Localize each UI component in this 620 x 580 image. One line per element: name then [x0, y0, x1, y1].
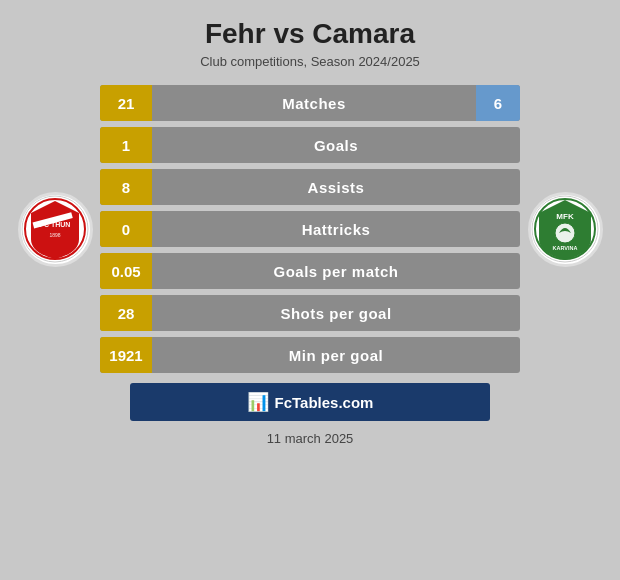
watermark-icon: 📊 — [247, 391, 269, 413]
stat-label-matches: Matches — [152, 95, 476, 112]
svg-text:KARVINA: KARVINA — [553, 245, 578, 251]
stat-row-assists: 8 Assists — [100, 169, 520, 205]
watermark-text: FcTables.com — [275, 394, 374, 411]
stat-label-assists: Assists — [152, 179, 520, 196]
stat-left-min-per-goal: 1921 — [100, 337, 152, 373]
svg-text:MFK: MFK — [556, 212, 574, 221]
main-area: FC THUN 1898 21 Matches 6 1 Goals 8 Assi… — [10, 85, 610, 373]
subtitle: Club competitions, Season 2024/2025 — [200, 54, 420, 69]
stat-row-shots-per-goal: 28 Shots per goal — [100, 295, 520, 331]
svg-text:FC THUN: FC THUN — [40, 221, 71, 228]
stat-row-goals: 1 Goals — [100, 127, 520, 163]
stat-label-goals: Goals — [152, 137, 520, 154]
stat-left-matches: 21 — [100, 85, 152, 121]
stat-label-hattricks: Hattricks — [152, 221, 520, 238]
stat-label-min-per-goal: Min per goal — [152, 347, 520, 364]
stat-left-assists: 8 — [100, 169, 152, 205]
stat-left-goals: 1 — [100, 127, 152, 163]
logo-right: MFK KARVINA — [520, 192, 610, 267]
page-title: Fehr vs Camara — [205, 18, 415, 50]
date-label: 11 march 2025 — [267, 431, 354, 446]
logo-left: FC THUN 1898 — [10, 192, 100, 267]
stat-row-matches: 21 Matches 6 — [100, 85, 520, 121]
stat-label-shots-per-goal: Shots per goal — [152, 305, 520, 322]
stat-left-goals-per-match: 0.05 — [100, 253, 152, 289]
bottom-area: 📊 FcTables.com 11 march 2025 — [10, 373, 610, 446]
mfk-karvina-logo: MFK KARVINA — [528, 192, 603, 267]
fc-thun-logo: FC THUN 1898 — [18, 192, 93, 267]
watermark-bar: 📊 FcTables.com — [130, 383, 490, 421]
stat-row-min-per-goal: 1921 Min per goal — [100, 337, 520, 373]
stat-right-matches: 6 — [476, 85, 520, 121]
stat-left-shots-per-goal: 28 — [100, 295, 152, 331]
stat-row-hattricks: 0 Hattricks — [100, 211, 520, 247]
svg-text:1898: 1898 — [49, 232, 60, 238]
stat-left-hattricks: 0 — [100, 211, 152, 247]
stat-label-goals-per-match: Goals per match — [152, 263, 520, 280]
stats-area: 21 Matches 6 1 Goals 8 Assists 0 Hattric… — [100, 85, 520, 373]
stat-row-goals-per-match: 0.05 Goals per match — [100, 253, 520, 289]
